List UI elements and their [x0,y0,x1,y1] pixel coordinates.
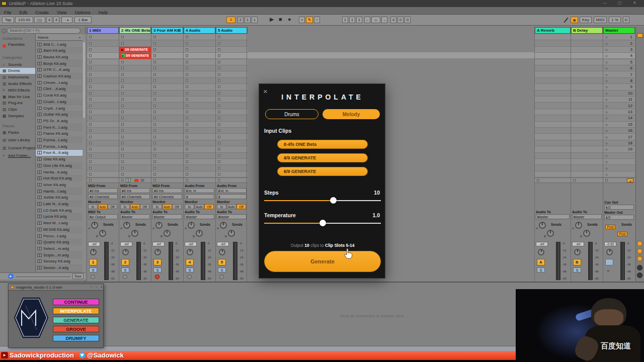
clip-slot[interactable] [119,103,151,109]
scene-slot[interactable]: ▷4 [603,53,635,59]
clip-slot[interactable] [535,90,571,97]
solo-button[interactable]: S [573,267,581,273]
io-chooser[interactable]: 1/2▾ [604,205,634,210]
clip-slot[interactable] [216,134,248,140]
send-a-knob[interactable] [220,222,227,229]
clip-slot[interactable] [119,71,151,77]
clip-slot[interactable] [535,53,571,59]
clip-slot[interactable] [151,97,183,103]
file-item[interactable]: Late N...it.adg [36,201,83,207]
arm-button[interactable] [219,275,224,279]
clip-slot[interactable] [535,140,571,146]
scene-launch-icon[interactable]: ▷ [606,104,608,108]
send-b-knob[interactable] [99,230,106,237]
clip-slot[interactable] [87,59,119,65]
clip-stop-button[interactable] [218,85,220,88]
clip-slot[interactable] [184,128,215,134]
clip-stop-button[interactable] [121,136,124,138]
sidebar-item-audio-effects[interactable]: ▥Audio Effects [0,80,35,86]
sidebar-item-plug-ins[interactable]: ▧Plug-ins [0,100,35,106]
clip-stop-button[interactable] [89,148,92,150]
clip-slot[interactable] [87,159,119,165]
clip-stop-button[interactable] [121,123,124,126]
browser-scrollbar[interactable] [83,34,86,273]
clip-stop-button[interactable] [218,111,220,113]
file-item[interactable]: Four A...it.adg [36,150,83,156]
clip-stop-button[interactable] [218,54,220,57]
stop-clips-button[interactable] [573,179,576,182]
io-chooser[interactable]: Master▾ [120,214,150,219]
clip-stop-button[interactable] [218,36,220,38]
arm-button[interactable] [123,275,127,279]
clip-slot[interactable] [535,159,571,165]
browser-fold-icon[interactable]: ‹ [2,29,6,33]
clip-slot[interactable] [216,146,248,152]
arm-button[interactable] [91,275,95,279]
clip-slot[interactable] [216,78,248,84]
clip-stop-button[interactable] [153,123,156,126]
clip-slot[interactable] [535,128,571,134]
file-item[interactable]: PS Dr...K.adg [36,118,83,124]
monitor-off[interactable]: Off [140,204,149,209]
clip-stop-button[interactable] [153,111,156,113]
track-activator-button[interactable]: 2 [121,259,129,265]
file-item[interactable]: Sessio...it.adg [36,265,83,271]
loop-start-2[interactable]: 1 [356,17,362,23]
clip-slot[interactable] [216,40,248,46]
play-button[interactable]: ▶ [270,16,274,23]
magenta-generate-button[interactable]: GENERATE [53,317,99,323]
clip-stop-button[interactable] [89,85,92,88]
io-chooser[interactable]: 1▾ [185,194,214,199]
clip-stop-button[interactable] [121,148,124,150]
clip-stop-button[interactable] [153,167,156,169]
scene-slot[interactable]: ▷8 [603,78,635,84]
io-chooser[interactable]: All Channels▾ [120,194,150,199]
quantization-menu[interactable]: 1 Bar [74,17,92,23]
clip-slot[interactable] [184,140,215,146]
clip-stop-button[interactable] [153,42,156,45]
clip-stop-button[interactable] [186,105,188,107]
clip-slot[interactable] [535,47,571,53]
scene-launch-icon[interactable]: ▷ [606,172,608,176]
clip-stop-button[interactable] [218,129,220,132]
track-title[interactable]: 2 4fs ONE Beta [119,27,151,34]
io-chooser[interactable]: All Ins▾ [152,188,182,193]
clip-stop-button[interactable] [153,129,156,132]
clip-slot[interactable] [119,171,151,177]
scene-launch-icon[interactable]: ▷ [606,66,608,70]
clip-slot[interactable] [151,109,183,115]
freeze-badge-icon[interactable]: ⊙ [178,28,181,33]
arrangement-position-0[interactable]: 2 [237,17,244,23]
clip-stop-button[interactable] [89,142,92,144]
clip-slot[interactable] [119,122,151,128]
file-item[interactable]: Coral Kit.adg [36,93,83,99]
monitor-in[interactable]: In [217,204,226,209]
stop-clips-button[interactable] [121,179,124,182]
file-item[interactable]: Crush...t.adg [36,99,83,105]
tab-melody[interactable]: Melody [323,109,380,119]
sidebar-item-sounds[interactable]: ♪Sounds [0,61,35,67]
solo-button[interactable]: S [537,267,545,273]
clip-stop-button[interactable] [89,92,92,95]
track-activator-button[interactable]: 5 [218,259,226,265]
clip-slot[interactable] [216,115,248,121]
send-b-knob[interactable] [196,230,203,237]
clip-slot[interactable] [87,47,119,53]
clip-slot[interactable] [151,53,183,59]
loop-length-0[interactable]: 4 [390,17,396,23]
clip-slot[interactable] [151,47,183,53]
clip-slot[interactable] [119,40,151,46]
magenta-interpolate-button[interactable]: INTERPOLATE [53,308,99,314]
time-sig-denominator[interactable]: 4 [53,17,59,23]
clip-stop-button[interactable] [89,129,92,132]
clip-slot[interactable] [216,34,248,40]
scene-launch-icon[interactable]: ▷ [606,154,608,157]
stop-clips-button[interactable] [605,179,608,182]
magenta-minimize-icon[interactable]: ▫ [91,285,92,289]
clip-slot[interactable] [184,171,215,177]
clip-stop-button[interactable] [153,79,156,82]
clip-stop-button[interactable] [218,61,220,63]
clip-slot[interactable] [184,115,215,121]
scene-slot[interactable]: ▷14 [603,115,635,121]
clip-slot[interactable] [119,146,151,152]
